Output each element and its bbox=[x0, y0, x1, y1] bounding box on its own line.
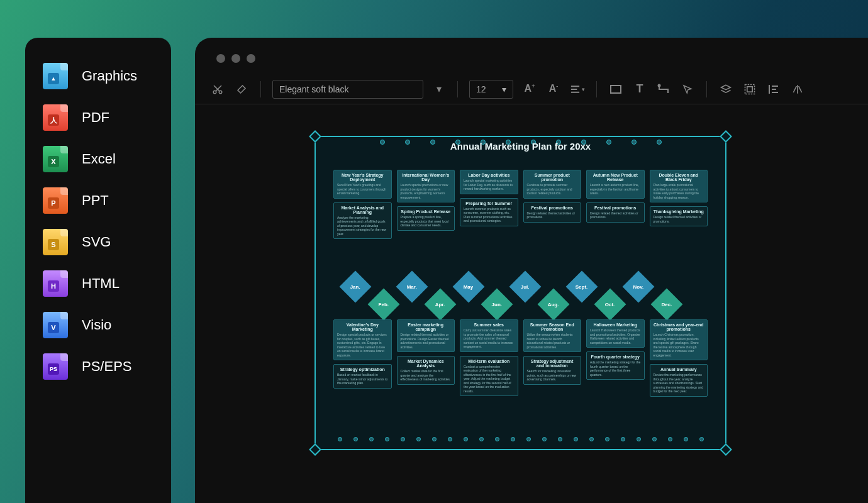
cut-icon[interactable] bbox=[210, 82, 225, 97]
font-decrease-icon[interactable]: A- bbox=[546, 82, 561, 97]
plan-card[interactable]: International Women's DayLaunch special … bbox=[397, 170, 455, 202]
plan-card[interactable]: New Year's Strategy DeploymentSend New Y… bbox=[333, 170, 392, 199]
export-label: Visio bbox=[82, 317, 111, 333]
plan-card[interactable]: Halloween MarketingLaunch Halloween them… bbox=[586, 319, 645, 348]
separator bbox=[457, 81, 458, 97]
export-label: Graphics bbox=[82, 68, 137, 84]
plan-card[interactable]: Spring Product ReleasePrepare a spring p… bbox=[397, 206, 455, 231]
svg-point-1 bbox=[219, 91, 222, 94]
month-timeline: Jan. Feb. Mar. Apr. May Jun. Jul. Aug. S… bbox=[335, 275, 706, 313]
plan-card[interactable]: Double Eleven and Black FridayPlan large… bbox=[650, 170, 708, 202]
ps-icon: PS bbox=[43, 353, 68, 380]
plan-card[interactable]: Easter marketing campaignDesign related … bbox=[397, 319, 455, 352]
cards-top: New Year's Strategy DeploymentSend New Y… bbox=[333, 170, 708, 239]
export-html[interactable]: H HTML bbox=[25, 263, 171, 304]
export-label: PS/EPS bbox=[82, 358, 131, 375]
cursor-icon[interactable] bbox=[680, 82, 695, 97]
toolbar: Elegant soft black ▾ 12▾ A+ A- ▾ T bbox=[195, 74, 868, 104]
plan-card[interactable]: Strategy adjustment and innovationSearch… bbox=[523, 356, 582, 385]
plan-card[interactable]: Summer salesCarry out summer clearance s… bbox=[460, 319, 518, 352]
export-graphics[interactable]: ▲ Graphics bbox=[25, 55, 171, 97]
export-sidebar: ▲ Graphics 人 PDF X Excel P PPT S SVG H H… bbox=[25, 38, 171, 503]
svg-rect-4 bbox=[745, 84, 755, 94]
shape-rect-icon[interactable] bbox=[608, 82, 623, 97]
export-visio[interactable]: V Visio bbox=[25, 304, 171, 346]
visio-icon: V bbox=[43, 312, 68, 338]
export-ps-eps[interactable]: PS PS/EPS bbox=[25, 346, 171, 387]
plan-card[interactable]: Strategy optimizationBased on market fee… bbox=[333, 364, 392, 389]
format-painter-icon[interactable] bbox=[234, 82, 249, 97]
export-label: PPT bbox=[82, 192, 109, 209]
font-size-selector[interactable]: 12▾ bbox=[469, 80, 513, 99]
window-dot[interactable] bbox=[216, 54, 225, 63]
separator bbox=[260, 81, 261, 97]
connector-icon[interactable] bbox=[656, 82, 671, 97]
window-dot[interactable] bbox=[247, 54, 255, 63]
plan-card[interactable]: Valentine's Day MarketingDesign special … bbox=[333, 319, 392, 360]
diagram-title: Annual Marketing Plan for 20xx bbox=[316, 136, 725, 153]
group-icon[interactable] bbox=[742, 82, 757, 97]
window-controls bbox=[195, 38, 868, 74]
font-increase-icon[interactable]: A+ bbox=[522, 82, 537, 97]
svg-rect-2 bbox=[611, 86, 621, 93]
separator bbox=[596, 81, 597, 97]
flip-icon[interactable] bbox=[790, 82, 805, 97]
export-label: SVG bbox=[82, 234, 111, 250]
export-label: PDF bbox=[82, 109, 109, 126]
chevron-down-icon: ▾ bbox=[502, 84, 506, 94]
plan-card[interactable]: Christmas and year-end promotionsLaunch … bbox=[650, 319, 708, 360]
diagram-frame[interactable]: Annual Marketing Plan for 20xx New Year'… bbox=[314, 136, 726, 450]
graphics-icon: ▲ bbox=[43, 63, 68, 89]
export-label: HTML bbox=[82, 275, 120, 292]
export-svg[interactable]: S SVG bbox=[25, 221, 171, 263]
svg-rect-5 bbox=[747, 86, 752, 91]
export-label: Excel bbox=[82, 151, 116, 167]
layers-icon[interactable] bbox=[718, 82, 733, 97]
theme-dropdown-icon[interactable]: ▾ bbox=[432, 80, 446, 99]
export-excel[interactable]: X Excel bbox=[25, 138, 171, 180]
editor-window: Elegant soft black ▾ 12▾ A+ A- ▾ T bbox=[195, 38, 868, 503]
plan-card[interactable]: Market Dynamics AnalysisCollect market d… bbox=[397, 356, 455, 385]
export-ppt[interactable]: P PPT bbox=[25, 180, 171, 221]
html-icon: H bbox=[43, 270, 68, 297]
text-icon[interactable]: T bbox=[632, 82, 647, 97]
footer-dots bbox=[316, 434, 725, 444]
plan-card[interactable]: Fourth quarter strategyAdjust the market… bbox=[586, 351, 645, 380]
plan-card[interactable]: Market Analysis and PlanningAnalyze the … bbox=[333, 202, 392, 240]
export-pdf[interactable]: 人 PDF bbox=[25, 97, 171, 138]
corner-handle[interactable] bbox=[720, 443, 732, 456]
corner-handle[interactable] bbox=[309, 443, 321, 456]
align-left-icon[interactable] bbox=[766, 82, 781, 97]
plan-card[interactable]: Annual SummaryReview the marketing perfo… bbox=[650, 364, 708, 397]
svg-icon: S bbox=[43, 229, 68, 255]
ppt-icon: P bbox=[43, 187, 68, 214]
plan-card[interactable]: Mid-term evaluationConduct a comprehensi… bbox=[460, 356, 518, 397]
plan-card[interactable]: Summer product promotionContinue to prom… bbox=[523, 170, 582, 199]
plan-card[interactable]: Thanksgiving MarketingDesign related the… bbox=[650, 206, 708, 226]
align-icon[interactable]: ▾ bbox=[570, 82, 585, 97]
svg-point-0 bbox=[213, 91, 216, 94]
separator bbox=[706, 81, 707, 97]
plan-card[interactable]: Festival promotionsDesign related themed… bbox=[586, 202, 645, 223]
cards-bottom: Valentine's Day MarketingDesign special … bbox=[333, 319, 708, 397]
plan-card[interactable]: Festival promotionsDesign related themed… bbox=[523, 202, 582, 223]
excel-icon: X bbox=[43, 146, 68, 172]
plan-card[interactable]: Preparing for SummerLaunch summer produc… bbox=[460, 198, 518, 226]
window-dot[interactable] bbox=[231, 54, 240, 63]
plan-card[interactable]: Autumn New Product ReleaseLaunch a new a… bbox=[586, 170, 645, 199]
plan-card[interactable]: Labor Day activitiesLaunch special marke… bbox=[460, 170, 518, 194]
theme-selector[interactable]: Elegant soft black bbox=[272, 80, 423, 99]
canvas[interactable]: Annual Marketing Plan for 20xx New Year'… bbox=[195, 104, 868, 450]
plan-card[interactable]: Summer Season End PromotionUtilize the s… bbox=[523, 319, 582, 352]
pdf-icon: 人 bbox=[43, 104, 68, 131]
svg-point-3 bbox=[659, 84, 660, 86]
